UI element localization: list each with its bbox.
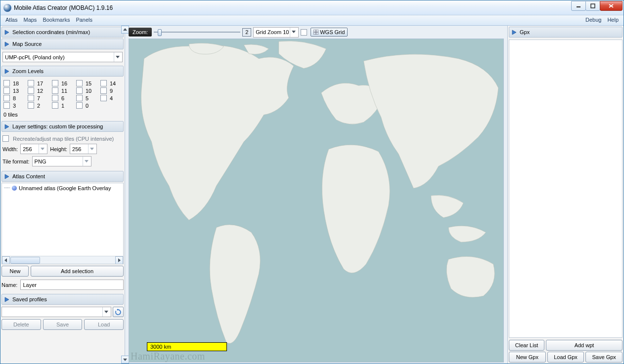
new-atlas-button[interactable]: New: [1, 266, 29, 277]
clear-list-button[interactable]: Clear List: [509, 340, 544, 351]
zoom-level-checkbox[interactable]: [100, 95, 107, 101]
layer-name-input[interactable]: Layer: [20, 280, 124, 290]
load-profile-button[interactable]: Load: [84, 319, 124, 330]
zoom-level-checkbox[interactable]: [100, 80, 107, 86]
zoom-level-7[interactable]: 7: [28, 95, 49, 101]
zoom-level-5[interactable]: 5: [76, 95, 97, 101]
map-canvas[interactable]: 3000 km: [129, 39, 504, 363]
svg-marker-15: [5, 297, 9, 302]
add-wpt-button[interactable]: Add wpt: [546, 340, 623, 351]
menu-help[interactable]: Help: [604, 15, 622, 25]
zoom-level-14[interactable]: 14: [100, 80, 122, 86]
zoom-slider-thumb[interactable]: [158, 29, 162, 36]
wgs-grid-checkbox[interactable]: [301, 29, 307, 36]
zoom-level-checkbox[interactable]: [3, 80, 10, 86]
zoom-level-checkbox[interactable]: [52, 95, 58, 101]
zoom-level-checkbox[interactable]: [3, 95, 10, 101]
zoom-level-16[interactable]: 16: [52, 80, 73, 86]
zoom-level-label: 11: [61, 88, 67, 94]
section-gpx[interactable]: Gpx: [509, 27, 623, 38]
map-source-combo[interactable]: UMP-pcPL (Poland only): [2, 52, 123, 62]
minimize-button[interactable]: [571, 1, 586, 11]
zoom-level-1[interactable]: 1: [52, 102, 73, 109]
tile-width-combo[interactable]: 256: [20, 144, 47, 154]
scroll-left-icon[interactable]: [2, 256, 10, 264]
delete-profile-button[interactable]: Delete: [1, 319, 41, 330]
menu-maps[interactable]: Maps: [20, 15, 40, 25]
close-button[interactable]: [600, 1, 623, 11]
zoom-level-checkbox[interactable]: [52, 80, 58, 86]
new-gpx-button[interactable]: New Gpx: [509, 352, 546, 363]
load-gpx-button[interactable]: Load Gpx: [547, 352, 584, 363]
add-selection-button[interactable]: Add selection: [31, 266, 124, 277]
zoom-level-10[interactable]: 10: [76, 87, 97, 94]
zoom-level-3[interactable]: 3: [3, 102, 25, 109]
tree-hscrollbar[interactable]: [2, 256, 123, 264]
recreate-tiles-checkbox[interactable]: [2, 135, 9, 142]
zoom-level-checkbox[interactable]: [76, 87, 83, 94]
arrow-right-icon: [4, 123, 10, 130]
zoom-level-9[interactable]: 9: [100, 87, 122, 94]
section-atlas-content[interactable]: Atlas Content: [1, 171, 124, 182]
zoom-level-17[interactable]: 17: [28, 80, 49, 86]
zoom-level-checkbox[interactable]: [28, 80, 34, 86]
zoom-level-2[interactable]: 2: [28, 102, 49, 109]
menu-atlas[interactable]: Atlas: [2, 15, 20, 25]
tile-format-combo[interactable]: PNG: [32, 156, 91, 166]
zoom-level-checkbox[interactable]: [76, 80, 83, 86]
gpx-list[interactable]: [509, 40, 623, 338]
save-profile-button[interactable]: Save: [43, 319, 83, 330]
zoom-level-11[interactable]: 11: [52, 87, 73, 94]
zoom-level-0[interactable]: 0: [76, 102, 97, 109]
profile-combo[interactable]: [1, 307, 111, 317]
svg-marker-19: [123, 359, 127, 361]
tree-node[interactable]: ┄┄ Unnamed atlas (Google Earth Overlay: [2, 183, 123, 193]
section-label: Saved profiles: [12, 296, 47, 302]
zoom-level-checkbox[interactable]: [28, 95, 34, 101]
zoom-level-15[interactable]: 15: [76, 80, 97, 86]
zoom-level-label: 10: [86, 88, 91, 94]
chevron-down-icon: [39, 144, 46, 154]
zoom-level-8[interactable]: 8: [3, 95, 25, 101]
zoom-level-label: 14: [110, 81, 116, 86]
tile-width-value: 256: [23, 146, 32, 152]
title-bar[interactable]: Mobile Atlas Creator (MOBAC) 1.9.16: [0, 0, 624, 15]
zoom-slider[interactable]: [154, 28, 240, 37]
scroll-thumb[interactable]: [10, 257, 40, 264]
wgs-grid-button[interactable]: WGS Grid: [311, 28, 348, 37]
chevron-down-icon: [114, 52, 121, 62]
menu-bookmarks[interactable]: Bookmarks: [40, 15, 73, 25]
menu-debug[interactable]: Debug: [582, 15, 604, 25]
zoom-level-checkbox[interactable]: [3, 87, 10, 94]
zoom-level-6[interactable]: 6: [52, 95, 73, 101]
section-saved-profiles[interactable]: Saved profiles: [1, 294, 124, 305]
zoom-level-checkbox[interactable]: [100, 87, 107, 94]
section-selection-coordinates[interactable]: Selection coordinates (min/max): [1, 27, 124, 38]
zoom-level-checkbox[interactable]: [28, 102, 34, 109]
scroll-right-icon[interactable]: [115, 256, 123, 264]
zoom-level-checkbox[interactable]: [52, 87, 58, 94]
menu-panels[interactable]: Panels: [73, 15, 95, 25]
zoom-level-18[interactable]: 18: [3, 80, 25, 86]
atlas-tree[interactable]: ┄┄ Unnamed atlas (Google Earth Overlay: [1, 183, 124, 264]
section-map-source[interactable]: Map Source: [1, 39, 124, 49]
zoom-level-checkbox[interactable]: [52, 102, 58, 109]
zoom-level-13[interactable]: 13: [3, 87, 25, 94]
map-toolbar: Zoom: 2 Grid Zoom 10 WGS Grid: [129, 27, 504, 38]
section-layer-settings[interactable]: Layer settings: custom tile processing: [1, 121, 124, 132]
section-zoom-levels[interactable]: Zoom Levels: [1, 66, 124, 77]
zoom-level-label: 7: [37, 95, 40, 101]
tile-format-value: PNG: [35, 159, 46, 164]
save-gpx-button[interactable]: Save Gpx: [585, 352, 623, 363]
tile-height-combo[interactable]: 256: [70, 144, 97, 154]
zoom-level-label: 9: [110, 88, 113, 94]
zoom-level-12[interactable]: 12: [28, 87, 49, 94]
zoom-level-checkbox[interactable]: [3, 102, 10, 109]
maximize-button[interactable]: [585, 1, 600, 11]
zoom-level-checkbox[interactable]: [76, 95, 83, 101]
zoom-level-checkbox[interactable]: [76, 102, 83, 109]
zoom-level-checkbox[interactable]: [28, 87, 34, 94]
refresh-profiles-button[interactable]: [113, 307, 124, 317]
zoom-level-4[interactable]: 4: [100, 95, 122, 101]
grid-zoom-combo[interactable]: Grid Zoom 10: [253, 27, 299, 38]
